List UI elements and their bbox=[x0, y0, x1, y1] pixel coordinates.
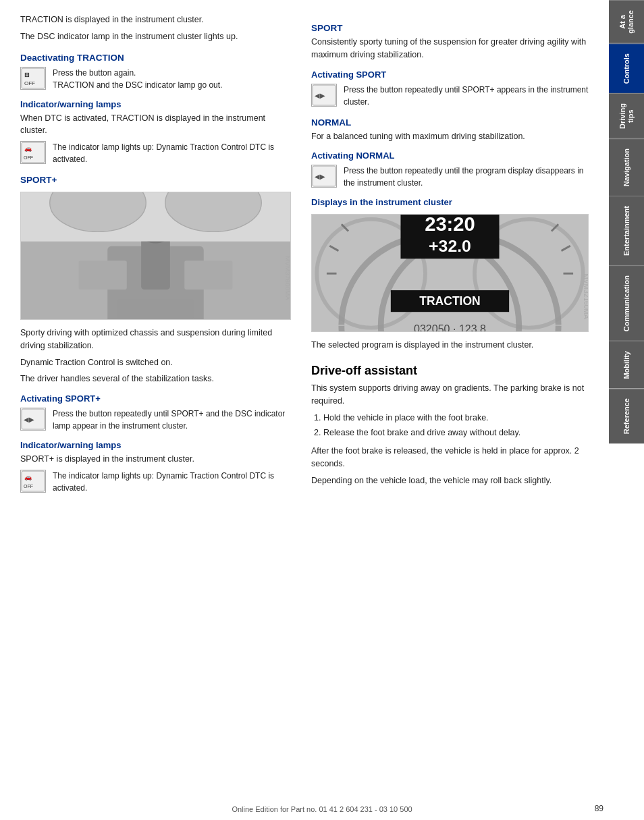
svg-rect-11 bbox=[79, 261, 127, 290]
sport-plus-desc1: Sporty driving with optimized chassis an… bbox=[20, 327, 291, 352]
drive-off-after-1: After the foot brake is released, the ve… bbox=[311, 445, 589, 470]
activating-sport-plus-icon: ◀▶ bbox=[20, 408, 46, 431]
sidebar-item-entertainment[interactable]: Entertainment bbox=[609, 196, 644, 265]
indicator-warning-icon-row: 🚗 OFF The indicator lamp lights up: Dyna… bbox=[20, 141, 291, 165]
indicator-warning-2-text: SPORT+ is displayed in the instrument cl… bbox=[20, 453, 291, 466]
sidebar-item-mobility[interactable]: Mobility bbox=[609, 341, 644, 389]
drive-off-after-2: Depending on the vehicle load, the vehic… bbox=[311, 474, 589, 487]
activating-normal-icon: ◀▶ bbox=[311, 165, 337, 188]
svg-text:OFF: OFF bbox=[24, 80, 35, 86]
sport-plus-heading: SPORT+ bbox=[20, 175, 291, 185]
svg-text:TRACTION: TRACTION bbox=[419, 294, 481, 308]
sport-plus-image: MVM37800MA bbox=[20, 192, 291, 320]
activating-sport-plus-text: Press the button repeatedly until SPORT+… bbox=[53, 408, 291, 432]
svg-rect-13 bbox=[117, 299, 194, 319]
drive-off-intro: This system supports driving away on gra… bbox=[311, 382, 589, 408]
svg-text:OFF: OFF bbox=[24, 484, 33, 489]
svg-text:MVM32160MA: MVM32160MA bbox=[583, 273, 588, 319]
normal-text: For a balanced tuning with maximum drivi… bbox=[311, 130, 589, 143]
displays-cluster-heading: Displays in the instrument cluster bbox=[311, 197, 589, 207]
svg-text:⊟: ⊟ bbox=[24, 72, 30, 78]
indicator-warning-heading: Indicator/warning lamps bbox=[20, 99, 291, 109]
svg-text:🚗: 🚗 bbox=[24, 144, 32, 153]
dtc-indicator-icon: 🚗 OFF bbox=[20, 141, 46, 164]
drive-off-step-2: Release the foot brake and drive away wi… bbox=[323, 427, 589, 439]
sport-plus-desc2: Dynamic Traction Control is switched on. bbox=[20, 356, 291, 369]
dtc-indicator-2-icon: 🚗 OFF bbox=[20, 470, 46, 493]
svg-text:032050 · 123.8: 032050 · 123.8 bbox=[414, 323, 486, 332]
sidebar: At a glance Controls Driving tips Naviga… bbox=[609, 0, 644, 443]
activating-sport-row: ◀▶ Press the button repeatedly until SPO… bbox=[311, 84, 589, 108]
sidebar-item-navigation[interactable]: Navigation bbox=[609, 138, 644, 196]
sport-heading: SPORT bbox=[311, 23, 589, 33]
svg-rect-12 bbox=[184, 261, 232, 290]
activating-sport-heading: Activating SPORT bbox=[311, 70, 589, 80]
svg-text:OFF: OFF bbox=[24, 155, 33, 160]
indicator-warning-icon-text: The indicator lamp lights up: Dynamic Tr… bbox=[53, 141, 291, 165]
svg-text:◀▶: ◀▶ bbox=[24, 416, 34, 423]
drive-off-step-1: Hold the vehicle in place with the foot … bbox=[323, 412, 589, 425]
intro-text-2: The DSC indicator lamp in the instrument… bbox=[20, 30, 291, 43]
instrument-cluster-display: 23:20 +32.0 TRACTION 032050 · 123.8 bbox=[311, 214, 589, 332]
activating-normal-row: ◀▶ Press the button repeatedly until the… bbox=[311, 165, 589, 189]
sidebar-item-at-a-glance[interactable]: At a glance bbox=[609, 0, 644, 43]
page-footer: Online Edition for Part no. 01 41 2 604 … bbox=[0, 805, 644, 813]
svg-text:🚗: 🚗 bbox=[24, 473, 32, 481]
svg-text:23:20: 23:20 bbox=[425, 214, 475, 235]
displays-cluster-desc: The selected program is displayed in the… bbox=[311, 339, 589, 352]
sidebar-item-driving-tips[interactable]: Driving tips bbox=[609, 93, 644, 138]
activating-sport-plus-heading: Activating SPORT+ bbox=[20, 393, 291, 404]
deactivating-traction-row: ⊟ OFF Press the button again. TRACTION a… bbox=[20, 67, 291, 91]
svg-text:MVM37800MA: MVM37800MA bbox=[284, 256, 290, 300]
sport-plus-desc3: The driver handles several of the stabil… bbox=[20, 373, 291, 385]
svg-text:◀▶: ◀▶ bbox=[315, 92, 325, 99]
indicator-warning-2-icon-row: 🚗 OFF The indicator lamp lights up: Dyna… bbox=[20, 470, 291, 494]
activating-sport-icon: ◀▶ bbox=[311, 84, 337, 107]
activating-normal-heading: Activating NORMAL bbox=[311, 151, 589, 161]
indicator-warning-text: When DTC is activated, TRACTION is displ… bbox=[20, 112, 291, 138]
activating-sport-text: Press the button repeatedly until SPORT+… bbox=[344, 84, 589, 108]
sidebar-item-reference[interactable]: Reference bbox=[609, 389, 644, 443]
svg-text:◀▶: ◀▶ bbox=[315, 173, 325, 180]
drive-off-steps: Hold the vehicle in place with the foot … bbox=[323, 412, 589, 440]
sidebar-item-communication[interactable]: Communication bbox=[609, 265, 644, 341]
activating-normal-text: Press the button repeatedly until the pr… bbox=[344, 165, 589, 189]
sidebar-item-controls[interactable]: Controls bbox=[609, 43, 644, 93]
deactivating-traction-text: Press the button again. TRACTION and the… bbox=[53, 67, 222, 91]
deactivating-traction-heading: Deactivating TRACTION bbox=[20, 53, 291, 63]
activating-sport-plus-row: ◀▶ Press the button repeatedly until SPO… bbox=[20, 408, 291, 432]
normal-heading: NORMAL bbox=[311, 117, 589, 128]
indicator-warning-2-icon-text: The indicator lamp lights up: Dynamic Tr… bbox=[53, 470, 291, 494]
svg-text:+32.0: +32.0 bbox=[429, 237, 471, 255]
intro-text-1: TRACTION is displayed in the instrument … bbox=[20, 13, 291, 26]
indicator-warning-2-heading: Indicator/warning lamps bbox=[20, 440, 291, 450]
off-icon: ⊟ OFF bbox=[20, 67, 46, 90]
drive-off-assistant-heading: Drive-off assistant bbox=[311, 364, 589, 378]
sport-text: Consistently sporty tuning of the suspen… bbox=[311, 36, 589, 61]
